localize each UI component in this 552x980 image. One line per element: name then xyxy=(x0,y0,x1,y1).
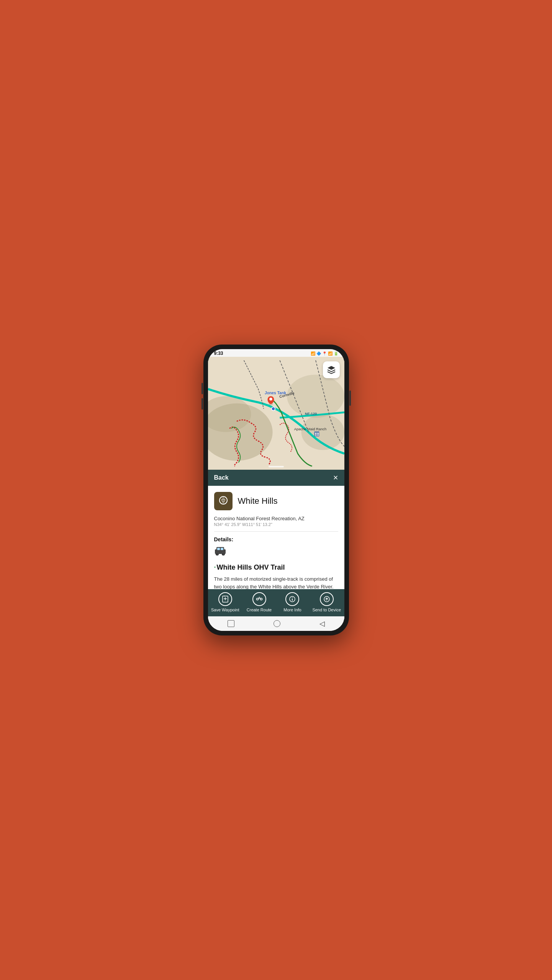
svg-rect-15 xyxy=(315,434,316,436)
svg-point-31 xyxy=(256,598,258,600)
sheet-header: Back × xyxy=(208,470,344,486)
phone-frame: 9:33 📶 🔷 📍 📶 🔋 xyxy=(203,345,349,635)
more-info-icon xyxy=(285,592,299,606)
back-nav-button[interactable]: ◁ xyxy=(319,619,325,628)
drag-handle[interactable] xyxy=(269,466,284,467)
battery-icon: 🔋 xyxy=(334,351,338,356)
svg-point-3 xyxy=(287,375,344,418)
poi-subtitle: Coconino National Forest Recreation, AZ xyxy=(214,516,338,521)
map-area[interactable]: Cornville NF-120 Jones Tank Apache Maid … xyxy=(208,357,344,470)
svg-rect-21 xyxy=(217,548,220,550)
back-button[interactable]: Back xyxy=(214,474,229,481)
signal-icon: 📶 xyxy=(311,351,315,356)
svg-text:Apache  Maid  Ranch: Apache Maid Ranch xyxy=(294,427,326,431)
svg-text:NF-120: NF-120 xyxy=(305,412,316,416)
status-bar: 9:33 📶 🔷 📍 📶 🔋 xyxy=(208,349,344,357)
create-route-icon xyxy=(252,592,266,606)
create-route-button[interactable]: Create Route xyxy=(246,592,273,612)
send-to-device-label: Send to Device xyxy=(312,608,341,612)
svg-point-36 xyxy=(292,597,293,598)
svg-text:Jones Tank: Jones Tank xyxy=(265,391,286,395)
phone-screen: 9:33 📶 🔷 📍 📶 🔋 xyxy=(208,349,344,631)
send-to-device-button[interactable]: Send to Device xyxy=(312,592,341,612)
svg-rect-30 xyxy=(224,596,225,596)
volume-up-button[interactable] xyxy=(201,383,203,394)
svg-point-25 xyxy=(216,553,218,555)
svg-text:🛡: 🛡 xyxy=(221,498,226,503)
svg-rect-14 xyxy=(317,433,318,434)
svg-point-32 xyxy=(260,598,262,600)
home-button[interactable] xyxy=(274,620,280,627)
close-button[interactable]: × xyxy=(333,474,338,482)
power-button[interactable] xyxy=(349,390,351,406)
poi-coords: N34° 41' 25.9" W111° 51' 13.2" xyxy=(214,522,338,532)
trail-dot: · xyxy=(214,564,216,571)
status-icons: 📶 🔷 📍 📶 🔋 xyxy=(311,351,338,356)
poi-title: White Hills xyxy=(238,496,278,506)
recent-apps-button[interactable] xyxy=(228,620,234,627)
more-info-label: More Info xyxy=(283,608,301,612)
trail-title: ·White Hills OHV Trail xyxy=(214,564,338,572)
save-waypoint-label: Save Waypoint xyxy=(211,608,239,612)
poi-header: 🛡 White Hills xyxy=(214,492,338,510)
wifi-icon: 📶 xyxy=(328,351,333,356)
send-to-device-icon xyxy=(320,592,334,606)
save-waypoint-icon xyxy=(218,592,232,606)
android-nav-bar: ◁ xyxy=(208,616,344,631)
location-icon: 📍 xyxy=(322,351,327,356)
svg-rect-13 xyxy=(315,433,316,434)
svg-rect-16 xyxy=(317,434,318,436)
svg-point-26 xyxy=(223,553,224,555)
save-waypoint-button[interactable]: Save Waypoint xyxy=(211,592,239,612)
svg-point-7 xyxy=(271,407,275,410)
more-info-button[interactable]: More Info xyxy=(279,592,306,612)
back-label: Back xyxy=(214,474,229,481)
trail-description: The 28 miles of motorized single-track i… xyxy=(214,575,338,589)
bottom-toolbar: Save Waypoint Create Route xyxy=(208,589,344,616)
svg-point-6 xyxy=(269,398,272,400)
details-label: Details: xyxy=(214,536,338,542)
bottom-sheet: Back × 🛡 White Hills xyxy=(208,470,344,631)
status-time: 9:33 xyxy=(214,351,223,356)
svg-rect-22 xyxy=(221,548,223,550)
vehicle-icon xyxy=(214,546,338,559)
bluetooth-icon: 🔷 xyxy=(316,351,321,356)
poi-icon: 🛡 xyxy=(214,492,233,510)
sheet-content: 🛡 White Hills Coconino National Forest R… xyxy=(208,486,344,589)
svg-point-33 xyxy=(259,597,260,598)
layer-toggle-button[interactable] xyxy=(323,361,340,378)
create-route-label: Create Route xyxy=(247,608,272,612)
volume-down-button[interactable] xyxy=(201,398,203,410)
